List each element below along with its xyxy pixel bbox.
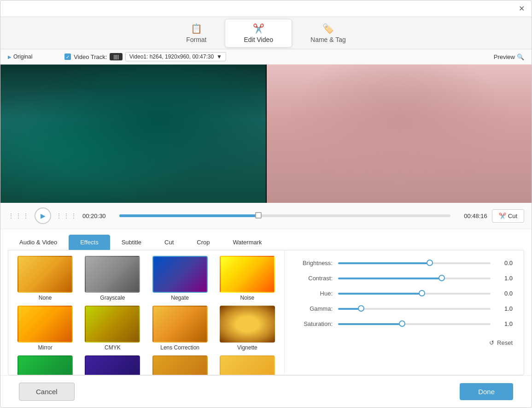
effect-none[interactable]: None: [14, 256, 76, 301]
brightness-slider[interactable]: [338, 262, 491, 264]
effects-settings: Brightness: 0.0 Contrast: 1.0: [285, 250, 524, 375]
bottom-bar: Cancel Done: [0, 375, 532, 408]
brightness-fill: [338, 262, 430, 264]
effect-row2-3[interactable]: [149, 355, 211, 375]
tab-effects[interactable]: Effects: [69, 235, 110, 250]
effect-cmyk-thumb: [85, 306, 140, 343]
cut-label: Cut: [508, 213, 517, 219]
reset-button[interactable]: ↺ Reset: [489, 339, 513, 346]
original-label: Original: [13, 53, 32, 60]
effect-row2-2[interactable]: [81, 355, 144, 375]
tab-crop[interactable]: Crop: [185, 235, 221, 250]
effect-noise[interactable]: Noise: [216, 256, 279, 301]
effect-noise-label: Noise: [240, 295, 255, 301]
tab-subtitle[interactable]: Subtitle: [110, 235, 153, 250]
effect-none-thumb: [18, 256, 73, 293]
title-bar: ✕: [0, 0, 532, 17]
effects-body: None Grayscale Negate Noise: [8, 250, 524, 375]
tab-format[interactable]: 📋 Format: [168, 19, 225, 47]
effect-lens-correction[interactable]: Lens Correction: [149, 306, 211, 351]
tab-edit-video[interactable]: ✂️ Edit Video: [225, 19, 292, 47]
close-button[interactable]: ✕: [516, 3, 527, 14]
preview-video-art: [267, 65, 532, 203]
gamma-value: 1.0: [496, 305, 513, 312]
tab-format-label: Format: [186, 36, 206, 43]
preview-label: Preview: [494, 53, 515, 60]
gamma-label: Gamma:: [296, 305, 333, 312]
main-window: ✕ 📋 Format ✂️ Edit Video 🏷️ Name & Tag ▶…: [0, 0, 532, 408]
effect-grayscale[interactable]: Grayscale: [81, 256, 144, 301]
effects-panel: Audio & Video Effects Subtitle Cut Crop …: [0, 229, 532, 375]
effect-noise-thumb: [220, 256, 275, 293]
effect-negate-thumb: [152, 256, 208, 293]
brightness-row: Brightness: 0.0: [296, 260, 513, 266]
cancel-button[interactable]: Cancel: [19, 383, 75, 401]
progress-fill: [119, 214, 258, 217]
brightness-handle[interactable]: [427, 260, 433, 266]
reset-label: Reset: [497, 339, 513, 346]
contrast-handle[interactable]: [438, 275, 445, 281]
effect-cmyk[interactable]: CMYK: [81, 306, 144, 351]
effect-lens-thumb: [152, 306, 208, 343]
effect-grayscale-thumb: [85, 256, 140, 293]
progress-handle[interactable]: [255, 212, 262, 219]
hue-handle[interactable]: [419, 290, 425, 296]
video-panel-preview: [267, 65, 532, 203]
effect-vignette[interactable]: Vignette: [216, 306, 279, 351]
original-badge: ▶ Original: [8, 53, 32, 60]
effect-row2-4[interactable]: [216, 355, 279, 375]
track-checkbox[interactable]: ✓: [64, 53, 71, 60]
play-button[interactable]: ▶: [35, 207, 51, 224]
effects-grid: None Grayscale Negate Noise: [14, 256, 279, 375]
effect-negate[interactable]: Negate: [149, 256, 211, 301]
contrast-label: Contrast:: [296, 275, 333, 282]
contrast-value: 1.0: [496, 275, 513, 282]
tab-watermark[interactable]: Watermark: [221, 235, 273, 250]
effect-grayscale-label: Grayscale: [100, 295, 125, 301]
effects-tabs: Audio & Video Effects Subtitle Cut Crop …: [0, 229, 532, 250]
brightness-label: Brightness:: [296, 260, 333, 266]
video-track-dropdown[interactable]: Video1: h264, 1920x960, 00:47:30 ▼: [125, 52, 226, 61]
reset-icon: ↺: [489, 339, 494, 346]
saturation-fill: [338, 323, 402, 325]
name-tag-icon: 🏷️: [322, 23, 334, 34]
playback-controls: ⋮⋮⋮ ▶ ⋮⋮⋮ 00:20:30 00:48:16 ✂️ Cut: [0, 203, 532, 229]
effect-row2-4-thumb: [220, 355, 275, 375]
effect-row2-1[interactable]: [14, 355, 76, 375]
tab-cut[interactable]: Cut: [153, 235, 185, 250]
effect-cmyk-label: CMYK: [105, 344, 121, 351]
hue-value: 0.0: [496, 290, 513, 297]
saturation-row: Saturation: 1.0: [296, 320, 513, 327]
effect-vignette-thumb: [220, 306, 275, 343]
dots-left-icon: ⋮⋮⋮: [8, 212, 30, 219]
scissors-icon: ✂️: [499, 213, 506, 219]
contrast-slider[interactable]: [338, 278, 491, 279]
gamma-row: Gamma: 1.0: [296, 305, 513, 312]
hue-slider[interactable]: [338, 293, 491, 295]
saturation-handle[interactable]: [399, 320, 405, 327]
effect-mirror[interactable]: Mirror: [14, 306, 76, 351]
done-button[interactable]: Done: [460, 383, 513, 400]
effect-vignette-label: Vignette: [237, 344, 257, 351]
play-triangle-icon: ▶: [8, 54, 12, 59]
preview-button[interactable]: Preview 🔍: [494, 53, 524, 60]
video-panels: [0, 65, 532, 203]
hue-row: Hue: 0.0: [296, 290, 513, 297]
tab-audio-video[interactable]: Audio & Video: [8, 235, 69, 250]
preview-search-icon: 🔍: [517, 53, 524, 60]
saturation-slider[interactable]: [338, 323, 491, 325]
progress-bar[interactable]: [119, 214, 450, 217]
gamma-slider[interactable]: [338, 308, 491, 310]
effects-grid-container: None Grayscale Negate Noise: [8, 250, 285, 375]
saturation-value: 1.0: [496, 320, 513, 327]
tab-name-tag[interactable]: 🏷️ Name & Tag: [292, 19, 364, 47]
time-total: 00:48:16: [455, 213, 487, 219]
tab-edit-video-label: Edit Video: [244, 36, 273, 43]
edit-video-icon: ✂️: [253, 23, 264, 34]
effect-none-label: None: [39, 295, 52, 301]
video-panel-original: [0, 65, 266, 203]
gamma-handle[interactable]: [358, 305, 364, 312]
video-track-bar: ▶ Original ✓ Video Track: |||| Video1: h…: [0, 49, 532, 65]
cut-button[interactable]: ✂️ Cut: [492, 209, 524, 223]
brightness-value: 0.0: [496, 260, 513, 266]
